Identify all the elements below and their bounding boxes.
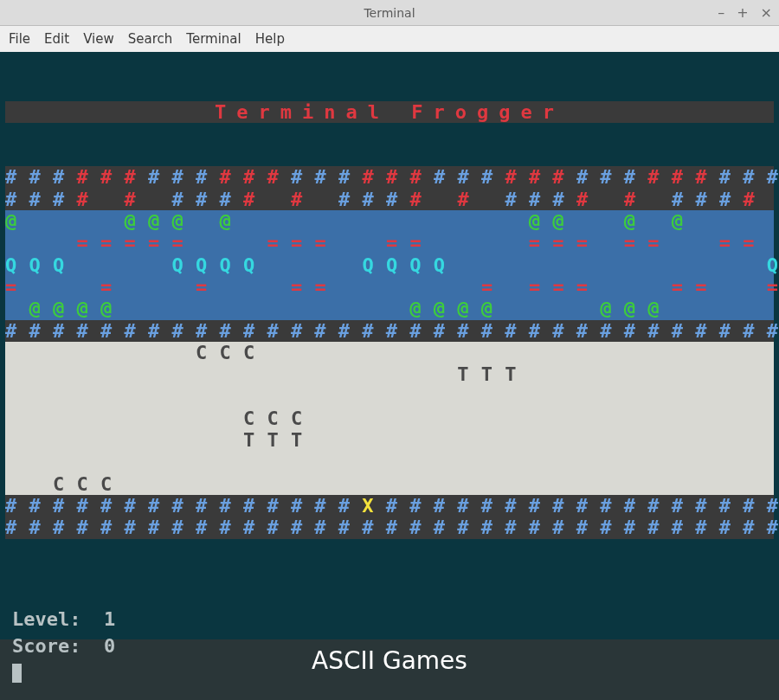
menubar: File Edit View Search Terminal Help [0, 26, 779, 52]
menu-file[interactable]: File [9, 31, 30, 47]
terminal-output: Terminal Frogger # # # # # # # # # # # #… [5, 57, 774, 582]
cell-@: @ [672, 210, 696, 232]
cell-empty [5, 232, 76, 254]
cell-empty [767, 232, 779, 254]
score-label: Score: [12, 633, 80, 660]
cell-empty [124, 473, 779, 495]
cell-empty [29, 276, 100, 298]
game-row: = = = = = = = = = = = = = = = = = [5, 232, 774, 254]
level-label: Level: [12, 607, 80, 633]
cell-empty [600, 189, 624, 210]
cell-empty [481, 189, 505, 210]
menu-edit[interactable]: Edit [44, 31, 69, 47]
cell-Q: Q [767, 254, 779, 276]
game-board: # # # # # # # # # # # # # # # # # # # # … [5, 166, 774, 538]
terminal-viewport[interactable]: Terminal Frogger # # # # # # # # # # # #… [0, 52, 779, 639]
cell-#: # [243, 189, 267, 210]
cell-empty [505, 276, 529, 298]
cell-empty [243, 210, 529, 232]
cell-#: # # # [291, 166, 362, 188]
cell-#: # # # [434, 166, 505, 188]
cell-#: # [624, 189, 648, 210]
game-row: C C C [5, 473, 774, 495]
cell-@: @ [624, 210, 648, 232]
game-row: C C C [5, 408, 774, 429]
menu-terminal[interactable]: Terminal [186, 31, 241, 47]
cell-empty [767, 189, 779, 210]
cell-=: = = [386, 232, 434, 254]
cell-empty [5, 451, 779, 472]
game-title: Terminal Frogger [215, 101, 564, 123]
cell-#: # # # [362, 166, 433, 188]
cell-empty [267, 254, 362, 276]
menu-help[interactable]: Help [255, 31, 285, 47]
cell-empty [314, 429, 779, 451]
cell-@: @ @ [529, 210, 576, 232]
cell-empty [314, 408, 779, 429]
cell-@: @ [5, 210, 29, 232]
cell-empty [5, 363, 457, 385]
status-level: Level: 1 [12, 607, 767, 633]
menu-view[interactable]: View [83, 31, 114, 47]
cell-#: # # # [576, 166, 647, 188]
window-title: Terminal [364, 6, 415, 20]
level-value: 1 [104, 607, 115, 633]
game-row [5, 385, 774, 407]
cell-@: @ @ @ [124, 210, 195, 232]
cell-=: = = = [529, 276, 600, 298]
cell-empty [719, 276, 767, 298]
cell-empty [672, 298, 779, 319]
cell-#: # # # # # # # # # # # # # # # # # [386, 495, 779, 517]
cell-empty [5, 429, 243, 451]
cell-=: = = [624, 232, 672, 254]
cell-empty [267, 342, 779, 363]
cell-C: C C C [243, 408, 314, 429]
game-row: @ @ @ @ @ @ @ @ @ @ @ [5, 298, 774, 319]
cell-#: # [409, 189, 434, 210]
cell-empty [5, 385, 779, 407]
cell-@: @ @ @ @ [29, 298, 125, 319]
cell-empty [338, 232, 386, 254]
game-row: @ @ @ @ @ @ @ @ @ [5, 210, 774, 232]
score-value: 0 [104, 633, 115, 660]
cell-#: # [124, 189, 148, 210]
cell-@: @ [219, 210, 243, 232]
maximize-icon[interactable]: + [737, 6, 748, 20]
minimize-icon[interactable]: – [718, 6, 724, 20]
cell-empty [196, 232, 267, 254]
cell-empty [600, 276, 671, 298]
cell-#: # [576, 189, 601, 210]
cell-empty [647, 189, 672, 210]
cell-#: # # # [505, 189, 576, 210]
cell-#: # [743, 189, 767, 210]
cell-=: = [100, 276, 125, 298]
cell-#: # # # [219, 166, 290, 188]
game-row: # # # # # # # # # # # # # # # X # # # # … [5, 495, 774, 517]
cell-Q: Q Q Q Q [171, 254, 267, 276]
cell-empty [434, 189, 458, 210]
page-caption: ASCII Games [0, 639, 779, 675]
cell-#: # # # [5, 189, 76, 210]
cell-#: # [457, 189, 481, 210]
game-row: Q Q Q Q Q Q Q Q Q Q Q Q [5, 254, 774, 276]
menu-search[interactable]: Search [128, 31, 173, 47]
cell-#: # # # [171, 189, 242, 210]
cell-empty [672, 232, 719, 254]
cell-empty [267, 189, 291, 210]
cell-#: # # # [505, 166, 576, 188]
cell-empty [29, 210, 125, 232]
cell-Q: Q Q Q Q [362, 254, 457, 276]
cell-=: = = = [529, 232, 600, 254]
cell-empty [148, 189, 172, 210]
cell-#: # # # [338, 189, 409, 210]
window-titlebar: Terminal – + × [0, 0, 779, 26]
cell-T: T T T [457, 363, 528, 385]
cell-@: @ @ @ [600, 298, 671, 319]
close-icon[interactable]: × [761, 6, 772, 20]
cell-empty [5, 298, 29, 319]
cell-X: X [362, 495, 386, 517]
cell-empty [5, 473, 53, 495]
cell-=: = = = [267, 232, 338, 254]
cell-#: # # # [5, 166, 76, 188]
cell-empty [576, 210, 624, 232]
